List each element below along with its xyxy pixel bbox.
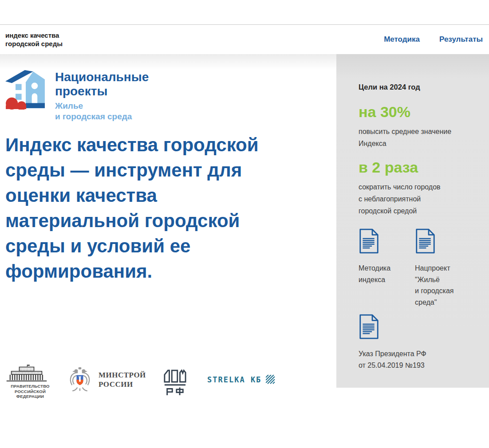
sidebar-title: Цели на 2024 год bbox=[359, 83, 473, 91]
document-presidential-decree[interactable]: Указ Президента РФ от 25.04.2019 №193 bbox=[359, 314, 461, 371]
national-projects-logo-text: Национальные проекты Жилье и городская с… bbox=[55, 70, 149, 122]
document-label: Нацпроект "Жильё и городская среда" bbox=[415, 263, 471, 308]
doc-label-line: среда" bbox=[415, 297, 471, 308]
goal-increase-index: на 30% повысить среднее значение Индекса bbox=[359, 103, 473, 149]
documents-grid: Методика индекса bbox=[359, 228, 473, 308]
government-caption: ПРАВИТЕЛЬСТВО РОССИЙСКОЙ ФЕДЕРАЦИИ bbox=[5, 384, 55, 399]
partner-government-of-russia[interactable]: ПРАВИТЕЛЬСТВО РОССИЙСКОЙ ФЕДЕРАЦИИ bbox=[5, 365, 55, 399]
goal-desc-line: с неблагоприятной bbox=[359, 193, 473, 205]
national-projects-subtitle: Жилье и городская среда bbox=[55, 101, 149, 122]
caption-line: ПРАВИТЕЛЬСТВО bbox=[5, 384, 55, 389]
site-title: индекс качества городской среды bbox=[5, 31, 63, 48]
goal-desc-line: Индекса bbox=[359, 138, 473, 149]
goal-value: в 2 раза bbox=[359, 159, 473, 176]
nav-link-methodology[interactable]: Методика bbox=[384, 35, 420, 44]
dom-rf-logo-icon bbox=[163, 369, 186, 396]
doc-label-line: от 25.04.2019 №193 bbox=[359, 360, 461, 371]
minstroy-caption: МИНСТРОЙ РОССИИ bbox=[99, 370, 146, 389]
caption-line: РОССИЙСКОЙ bbox=[5, 389, 55, 394]
goal-desc-line: сократить число городов bbox=[359, 181, 473, 193]
document-label: Указ Президента РФ от 25.04.2019 №193 bbox=[359, 348, 461, 371]
document-methodology[interactable]: Методика индекса bbox=[359, 228, 415, 308]
goal-reduce-cities: в 2 раза сократить число городов с небла… bbox=[359, 159, 473, 217]
doc-label-line: Нацпроект bbox=[415, 263, 471, 274]
site-title-line: городской среды bbox=[5, 39, 63, 48]
document-label: Методика индекса bbox=[359, 263, 415, 285]
main-nav: Методика Результаты bbox=[384, 35, 483, 44]
site-title-line: индекс качества bbox=[5, 31, 63, 39]
doc-label-line: Методика bbox=[359, 263, 415, 274]
top-whitespace bbox=[0, 0, 489, 24]
document-icon bbox=[415, 228, 436, 254]
partner-logos-row: ПРАВИТЕЛЬСТВО РОССИЙСКОЙ ФЕДЕРАЦИИ bbox=[5, 362, 316, 411]
goals-sidebar: Цели на 2024 год на 30% повысить среднее… bbox=[336, 54, 489, 388]
document-natsproject[interactable]: Нацпроект "Жильё и городская среда" bbox=[415, 228, 471, 308]
document-icon bbox=[359, 228, 379, 254]
goal-desc-line: городской средой bbox=[359, 205, 473, 217]
national-projects-title: Национальные проекты bbox=[55, 70, 149, 98]
government-building-icon bbox=[5, 365, 48, 382]
document-icon bbox=[359, 314, 379, 339]
site-header: индекс качества городской среды Методика… bbox=[0, 24, 489, 54]
goal-description: повысить среднее значение Индекса bbox=[359, 126, 473, 149]
national-projects-logo: Национальные проекты Жилье и городская с… bbox=[5, 70, 149, 122]
nav-link-results[interactable]: Результаты bbox=[439, 35, 483, 44]
partner-dom-rf[interactable] bbox=[163, 369, 186, 396]
partner-minstroy[interactable]: МИНСТРОЙ РОССИИ bbox=[67, 367, 146, 393]
main-area: Национальные проекты Жилье и городская с… bbox=[0, 54, 336, 388]
minstroy-eagle-icon bbox=[67, 367, 92, 393]
goal-description: сократить число городов с неблагоприятно… bbox=[359, 181, 473, 217]
caption-line: ФЕДЕРАЦИИ bbox=[5, 394, 55, 399]
page-title: Индекс качества городской среды — инстру… bbox=[5, 132, 280, 284]
strelka-hatch-icon bbox=[266, 375, 275, 384]
doc-label-line: индекса bbox=[359, 274, 415, 286]
strelka-label: STRELKA КБ bbox=[207, 375, 261, 384]
caption-line: РОССИИ bbox=[99, 380, 146, 389]
doc-label-line: Указ Президента РФ bbox=[359, 348, 461, 360]
logo-subtitle-line: и городская среда bbox=[55, 111, 149, 122]
logo-subtitle-line: Жилье bbox=[55, 101, 149, 111]
logo-title-line: Национальные bbox=[55, 70, 149, 84]
goal-desc-line: повысить среднее значение bbox=[359, 126, 473, 138]
goal-value: на 30% bbox=[359, 103, 473, 120]
house-icon bbox=[5, 70, 45, 110]
logo-title-line: проекты bbox=[55, 84, 149, 98]
content-band: Национальные проекты Жилье и городская с… bbox=[0, 54, 489, 388]
caption-line: МИНСТРОЙ bbox=[99, 370, 146, 380]
doc-label-line: "Жильё bbox=[415, 274, 471, 286]
partner-strelka-kb[interactable]: STRELKA КБ bbox=[207, 375, 275, 384]
doc-label-line: и городская bbox=[415, 285, 471, 297]
